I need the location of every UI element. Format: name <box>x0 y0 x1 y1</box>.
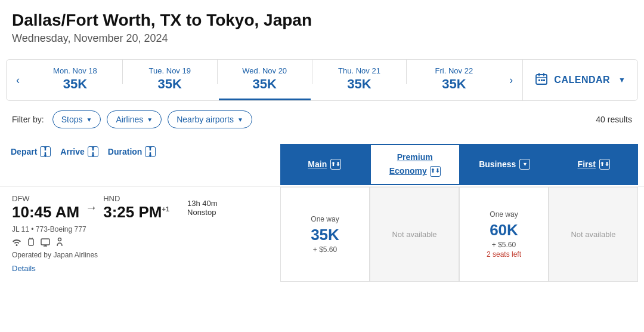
arrive-section: HND 3:25 PM+1 <box>103 194 169 222</box>
airlines-filter-button[interactable]: Airlines ▼ <box>107 110 162 128</box>
svg-point-13 <box>58 238 61 241</box>
business-fare-fees: + $5.60 <box>492 241 516 249</box>
depart-section: DFW 10:45 AM <box>12 194 79 222</box>
airlines-chevron-icon: ▼ <box>147 116 153 123</box>
main-col-header[interactable]: Main ⬆⬇ <box>280 144 370 185</box>
business-fare-price: 60K <box>490 221 518 239</box>
svg-rect-4 <box>538 79 540 81</box>
flight-meta: JL 11 • 773-Boeing 777 <box>12 225 274 233</box>
main-fare-fees: + $5.60 <box>313 245 337 254</box>
right-headers: Main ⬆⬇ Premium Economy ⬆⬇ Business ▼ Fi… <box>280 144 638 185</box>
flight-result-row: DFW 10:45 AM → HND 3:25 PM+1 13h 40m Non… <box>0 186 644 282</box>
calendar-chevron-icon: ▼ <box>618 76 626 84</box>
flight-stops: Nonstop <box>187 208 218 217</box>
main-fare-price: 35K <box>311 226 339 244</box>
flight-duration: 13h 40m <box>187 199 218 208</box>
calendar-section[interactable]: CALENDAR ▼ <box>522 60 637 100</box>
results-count: 40 results <box>596 115 632 124</box>
business-sort-icon: ▼ <box>519 159 530 170</box>
svg-rect-10 <box>41 239 49 245</box>
date-tab-4[interactable]: Fri. Nov 22 35K <box>408 60 500 100</box>
premium-economy-fare-cell: Not available <box>370 187 459 282</box>
date-tab-1[interactable]: Tue. Nov 19 35K <box>124 60 216 100</box>
svg-rect-5 <box>541 79 543 81</box>
date-tab-2[interactable]: Wed. Nov 20 35K <box>219 60 311 100</box>
main-fare-cell[interactable]: One way 35K + $5.60 <box>280 187 370 282</box>
left-spacer: Depart ⬆⬇ Arrive ⬆⬇ Duration ⬆⬇ <box>6 144 280 185</box>
arrive-sort-button[interactable]: Arrive ⬆⬇ <box>55 144 103 159</box>
filter-row: Filter by: Stops ▼ Airlines ▼ Nearby air… <box>0 101 644 138</box>
depart-airport-code: DFW <box>12 194 79 203</box>
flight-info: DFW 10:45 AM → HND 3:25 PM+1 13h 40m Non… <box>6 187 280 282</box>
duration-sort-button[interactable]: Duration ⬆⬇ <box>103 144 161 159</box>
wifi-icon <box>12 237 21 248</box>
next-date-button[interactable]: › <box>500 60 522 100</box>
amenities-row <box>12 237 274 248</box>
first-sort-icon: ⬆⬇ <box>599 159 610 170</box>
date-divider-2 <box>312 60 312 84</box>
fare-cells: One way 35K + $5.60 Not available One wa… <box>280 187 638 282</box>
seat-icon <box>55 237 64 248</box>
business-fare-seats: 2 seats left <box>487 250 521 259</box>
filter-label: Filter by: <box>12 115 44 124</box>
flight-times: DFW 10:45 AM → HND 3:25 PM+1 13h 40m Non… <box>12 194 274 222</box>
stops-chevron-icon: ▼ <box>86 116 92 123</box>
day-offset: +1 <box>162 205 169 213</box>
dot-separator: • <box>31 225 36 233</box>
column-headers: Depart ⬆⬇ Arrive ⬆⬇ Duration ⬆⬇ Main ⬆⬇ … <box>0 144 644 185</box>
depart-time: 10:45 AM <box>12 203 79 222</box>
arrive-time: 3:25 PM+1 <box>103 203 169 222</box>
svg-rect-6 <box>543 79 545 81</box>
details-link[interactable]: Details <box>12 264 36 273</box>
power-icon <box>26 237 36 248</box>
first-col-header[interactable]: First ⬆⬇ <box>550 144 639 185</box>
depart-sort-icon: ⬆⬇ <box>40 146 51 157</box>
flight-arrow-icon: → <box>85 201 97 214</box>
arrive-airport-code: HND <box>103 194 169 203</box>
business-fare-label: One way <box>490 210 518 219</box>
flight-number: JL 11 <box>12 225 29 233</box>
date-tabs: Mon. Nov 18 35K Tue. Nov 19 35K Wed. Nov… <box>29 60 500 100</box>
stops-filter-button[interactable]: Stops ▼ <box>52 110 101 128</box>
nearby-chevron-icon: ▼ <box>237 116 243 123</box>
screen-icon <box>41 237 50 248</box>
page-header: Dallas/Fort Worth, TX to Tokyo, Japan We… <box>0 0 644 51</box>
calendar-label: CALENDAR <box>554 75 610 85</box>
prev-date-button[interactable]: ‹ <box>7 60 29 100</box>
premium-sort-icon: ⬆⬇ <box>430 166 441 177</box>
operated-by: Operated by Japan Airlines <box>12 251 274 259</box>
date-selector: ‹ Mon. Nov 18 35K Tue. Nov 19 35K Wed. N… <box>6 59 638 101</box>
page-title: Dallas/Fort Worth, TX to Tokyo, Japan <box>12 11 632 30</box>
date-divider-3 <box>406 60 407 84</box>
duration-section: 13h 40m Nonstop <box>187 199 218 217</box>
first-fare-cell: Not available <box>549 187 638 282</box>
first-not-available: Not available <box>571 230 615 239</box>
aircraft-type: 773-Boeing 777 <box>36 225 86 233</box>
nearby-airports-filter-button[interactable]: Nearby airports ▼ <box>168 110 252 128</box>
date-divider-0 <box>122 60 123 84</box>
date-divider-1 <box>217 60 218 84</box>
arrive-sort-icon: ⬆⬇ <box>88 146 98 157</box>
depart-sort-button[interactable]: Depart ⬆⬇ <box>6 144 55 159</box>
business-col-header[interactable]: Business ▼ <box>460 144 550 185</box>
date-tab-3[interactable]: Thu. Nov 21 35K <box>314 60 405 100</box>
premium-economy-col-header[interactable]: Premium Economy ⬆⬇ <box>370 144 461 185</box>
premium-economy-not-available: Not available <box>392 230 436 239</box>
duration-sort-icon: ⬆⬇ <box>145 146 156 157</box>
svg-rect-7 <box>29 239 33 245</box>
main-fare-label: One way <box>311 215 339 223</box>
date-tab-0[interactable]: Mon. Nov 18 35K <box>29 60 121 100</box>
calendar-icon <box>535 72 548 88</box>
business-fare-cell[interactable]: One way 60K + $5.60 2 seats left <box>459 187 549 282</box>
main-sort-icon: ⬆⬇ <box>330 159 341 170</box>
page-subtitle: Wednesday, November 20, 2024 <box>12 32 632 45</box>
